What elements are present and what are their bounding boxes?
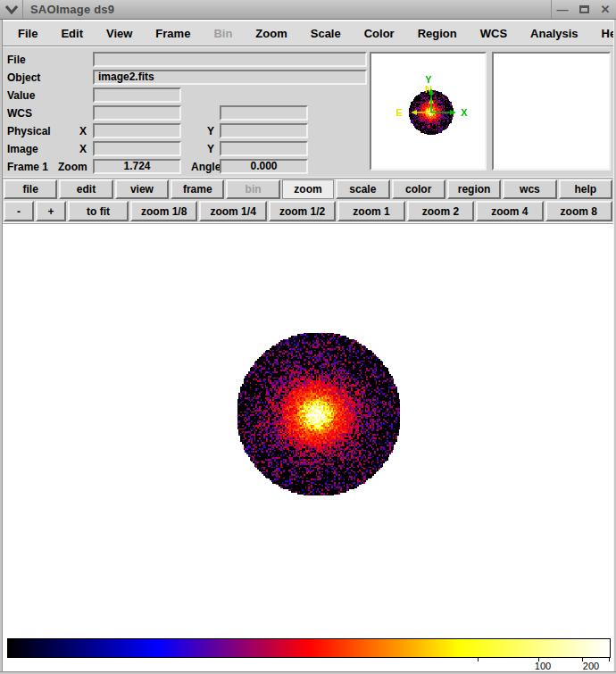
- window-frame-left: [0, 20, 3, 674]
- compass-east-label: E: [395, 107, 402, 118]
- image-x-field: [93, 141, 181, 156]
- file-value-field: [93, 52, 367, 67]
- zoom-2-button[interactable]: zoom 2: [407, 201, 474, 221]
- window-title: SAOImage ds9: [23, 3, 114, 16]
- zoom-4-button[interactable]: zoom 4: [476, 201, 543, 221]
- menu-zoom[interactable]: Zoom: [244, 23, 298, 44]
- x-axis-arrow-icon: [450, 110, 456, 115]
- value-field: [93, 87, 181, 103]
- colorbar-tick-label-200: 200: [576, 661, 606, 671]
- menu-frame[interactable]: Frame: [144, 23, 202, 44]
- zoom-toolbar: - + to fit zoom 1/8 zoom 1/4 zoom 1/2 zo…: [3, 200, 613, 222]
- menu-view[interactable]: View: [95, 23, 144, 44]
- physical-y-label: Y: [207, 124, 214, 139]
- image-label: Image: [7, 142, 38, 157]
- wcs-button[interactable]: wcs: [503, 179, 556, 199]
- bin-button: bin: [226, 179, 279, 199]
- image-x-label: X: [79, 142, 87, 157]
- frame-button[interactable]: frame: [171, 179, 224, 199]
- angle-value-field: 0.000: [220, 159, 308, 174]
- window-shade-button[interactable]: [0, 0, 23, 19]
- color-button[interactable]: color: [392, 179, 445, 199]
- value-label: Value: [7, 88, 35, 104]
- zoom-label: Zoom: [58, 160, 87, 175]
- titlebar: SAOImage ds9 — ✕: [0, 0, 616, 20]
- image-y-field: [220, 141, 308, 156]
- view-button[interactable]: view: [115, 179, 169, 199]
- compass-x-label: X: [461, 107, 468, 118]
- east-arrow-icon: [411, 110, 417, 115]
- compass-y-label: Y: [425, 74, 432, 85]
- file-button[interactable]: file: [4, 179, 57, 199]
- close-icon: ✕: [601, 3, 611, 16]
- zoom-value-field: 1.724: [93, 159, 181, 174]
- menu-wcs[interactable]: WCS: [469, 23, 519, 44]
- magnifier-panel: N E Y X: [370, 52, 487, 171]
- zoom-out-button[interactable]: -: [4, 201, 34, 221]
- wcs-y-field: [220, 105, 308, 121]
- object-label: Object: [7, 71, 40, 86]
- zoom-1-4-button[interactable]: zoom 1/4: [199, 201, 266, 221]
- chevron-down-icon: [5, 5, 18, 14]
- image-y-label: Y: [207, 142, 214, 157]
- maximize-icon: [579, 5, 589, 13]
- object-value-field: image2.fits: [93, 70, 367, 85]
- menu-edit[interactable]: Edit: [49, 23, 95, 44]
- menubar: File Edit View Frame Bin Zoom Scale Colo…: [3, 21, 613, 46]
- zoom-1-8-button[interactable]: zoom 1/8: [130, 201, 197, 221]
- maximize-button[interactable]: [573, 0, 595, 19]
- image-view[interactable]: [3, 223, 613, 637]
- menu-bin: Bin: [202, 23, 244, 44]
- menu-color[interactable]: Color: [353, 23, 406, 44]
- physical-x-field: [93, 123, 181, 138]
- colorbar[interactable]: [7, 638, 611, 658]
- zoom-1-button[interactable]: zoom 1: [337, 201, 404, 221]
- panner-panel: [492, 52, 611, 171]
- menu-analysis[interactable]: Analysis: [519, 23, 589, 44]
- region-button[interactable]: region: [447, 179, 501, 199]
- zoom-to-fit-button[interactable]: to fit: [68, 201, 129, 221]
- fits-image[interactable]: [236, 331, 402, 497]
- scale-button[interactable]: scale: [336, 179, 389, 199]
- zoom-button[interactable]: zoom: [282, 179, 334, 199]
- colorbar-tick: [609, 658, 610, 662]
- zoom-1-2-button[interactable]: zoom 1/2: [269, 201, 336, 221]
- ds9-window: SAOImage ds9 — ✕ File Edit View Frame Bi…: [0, 0, 616, 674]
- zoom-in-button[interactable]: +: [36, 201, 66, 221]
- physical-y-field: [220, 123, 308, 138]
- minimize-button[interactable]: —: [552, 0, 573, 19]
- angle-label: Angle: [191, 160, 221, 175]
- colorbar-tick: [478, 658, 479, 662]
- close-button[interactable]: ✕: [595, 0, 616, 19]
- help-button[interactable]: help: [559, 179, 612, 199]
- physical-x-label: X: [79, 124, 87, 139]
- file-label: File: [7, 53, 26, 68]
- physical-label: Physical: [7, 124, 51, 139]
- colorbar-area: 100 200: [3, 637, 613, 671]
- menu-file[interactable]: File: [6, 23, 49, 44]
- wcs-label: WCS: [7, 106, 32, 121]
- toolbar: file edit view frame bin zoom scale colo…: [3, 178, 613, 200]
- info-panel: File Object Value WCS Physical Image Fra…: [3, 47, 613, 177]
- menu-help[interactable]: Help: [590, 23, 616, 44]
- minimize-icon: —: [557, 3, 569, 16]
- menu-region[interactable]: Region: [406, 23, 469, 44]
- frame-label: Frame 1: [7, 160, 48, 175]
- menu-scale[interactable]: Scale: [299, 23, 353, 44]
- colorbar-tick-label-100: 100: [528, 661, 558, 671]
- zoom-8-button[interactable]: zoom 8: [545, 201, 612, 221]
- wcs-x-field: [93, 105, 181, 121]
- edit-button[interactable]: edit: [59, 179, 112, 199]
- compass-overlay: N E Y X: [371, 54, 485, 169]
